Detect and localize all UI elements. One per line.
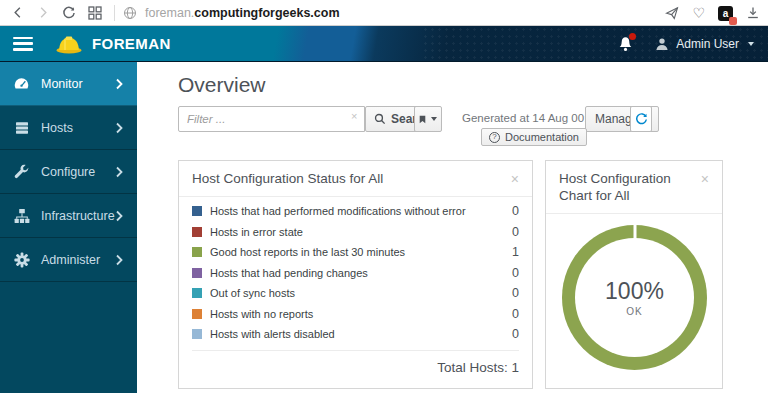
status-value: 0 <box>512 327 519 341</box>
user-name: Admin User <box>676 37 739 51</box>
chevron-right-icon <box>115 210 124 222</box>
donut-percent: 100% <box>605 278 664 305</box>
tiles-icon[interactable] <box>86 4 104 22</box>
status-value: 0 <box>512 225 519 239</box>
status-row[interactable]: Out of sync hosts 0 <box>192 283 519 304</box>
gauge-icon <box>13 75 30 92</box>
user-avatar-icon <box>655 37 669 51</box>
notification-badge <box>629 33 636 40</box>
status-label: Hosts with alerts disabled <box>210 328 512 340</box>
filter-input[interactable] <box>178 106 365 132</box>
color-swatch <box>192 247 202 257</box>
chevron-right-icon <box>115 78 124 90</box>
host-config-status-card: Host Configuration Status for All × Host… <box>178 160 533 389</box>
status-row[interactable]: Hosts that had pending changes 0 <box>192 262 519 283</box>
hamburger-menu-icon[interactable] <box>13 37 33 51</box>
status-label: Hosts in error state <box>210 226 512 238</box>
bookmark-icon <box>419 114 426 125</box>
color-swatch <box>192 268 202 278</box>
donut-center: 100% OK <box>575 238 694 357</box>
address-bar[interactable]: foreman.computingforgeeks.com <box>145 6 340 20</box>
download-icon[interactable] <box>746 6 760 20</box>
chevron-right-icon <box>115 122 124 134</box>
status-label: Out of sync hosts <box>210 287 512 299</box>
user-menu[interactable]: Admin User <box>655 37 754 51</box>
color-swatch <box>192 227 202 237</box>
color-swatch <box>192 206 202 216</box>
page-title: Overview <box>178 73 266 97</box>
help-icon: ? <box>489 132 500 143</box>
status-label: Hosts that had pending changes <box>210 267 512 279</box>
extension-letter: a <box>723 8 729 19</box>
browser-actions: ♡ a <box>665 0 760 26</box>
extension-badge <box>729 17 737 25</box>
globe-icon <box>121 4 139 22</box>
status-row[interactable]: Good host reports in the last 30 minutes… <box>192 242 519 263</box>
sidebar-item-administer[interactable]: Administer <box>0 238 137 282</box>
chevron-right-icon <box>115 254 124 266</box>
favorite-icon[interactable]: ♡ <box>692 6 705 20</box>
reload-icon[interactable] <box>60 4 78 22</box>
sidebar-item-label: Administer <box>41 253 115 267</box>
wrench-icon <box>13 163 30 180</box>
bookmark-dropdown-button[interactable] <box>414 106 442 132</box>
status-label: Good host reports in the last 30 minutes <box>210 246 512 258</box>
status-row[interactable]: Hosts in error state 0 <box>192 221 519 242</box>
server-icon <box>13 119 30 136</box>
generated-at-text: Generated at 14 Aug 00:50 <box>462 112 600 124</box>
refresh-button[interactable] <box>630 106 652 132</box>
gear-icon <box>13 251 30 268</box>
host-config-chart-card: Host Configuration Chart for All × 100% … <box>545 160 723 389</box>
color-swatch <box>192 329 202 339</box>
documentation-button[interactable]: ? Documentation <box>481 128 587 146</box>
forward-icon[interactable] <box>34 4 52 22</box>
sidebar-item-label: Infrastructure <box>41 209 115 223</box>
color-swatch <box>192 309 202 319</box>
clear-filter-icon[interactable]: × <box>351 111 357 122</box>
status-label: Hosts with no reports <box>210 308 512 320</box>
donut-gap <box>633 224 636 239</box>
status-value: 0 <box>512 204 519 218</box>
documentation-label: Documentation <box>505 131 579 143</box>
status-value: 0 <box>512 307 519 321</box>
header-actions: Admin User <box>618 36 754 52</box>
sidebar-item-label: Configure <box>41 165 115 179</box>
close-icon[interactable]: × <box>511 172 519 186</box>
sidebar-item-monitor[interactable]: Monitor <box>0 62 137 106</box>
chevron-down-icon <box>431 117 437 121</box>
status-value: 0 <box>512 286 519 300</box>
status-rows: Hosts that had performed modifications w… <box>179 197 532 345</box>
main-content: Overview × Search Generated at 14 Aug 00… <box>137 62 768 400</box>
status-value: 0 <box>512 266 519 280</box>
donut-status: OK <box>626 306 642 317</box>
notifications-bell-icon[interactable] <box>618 36 633 52</box>
chevron-down-icon <box>748 42 754 46</box>
screen: foreman.computingforgeeks.com ♡ a FOREMA… <box>0 0 768 400</box>
status-row[interactable]: Hosts with no reports 0 <box>192 303 519 324</box>
chevron-right-icon <box>115 166 124 178</box>
browser-toolbar: foreman.computingforgeeks.com ♡ a <box>0 0 768 26</box>
status-label: Hosts that had performed modifications w… <box>210 205 512 217</box>
card-title: Host Configuration Chart for All <box>559 171 697 205</box>
brand-name: FOREMAN <box>92 35 171 52</box>
status-row[interactable]: Hosts that had performed modifications w… <box>192 201 519 222</box>
app-header: FOREMAN Admin User <box>0 26 768 62</box>
sidebar-item-configure[interactable]: Configure <box>0 150 137 194</box>
sidebar-item-infrastructure[interactable]: Infrastructure <box>0 194 137 238</box>
sitemap-icon <box>13 207 30 224</box>
sidebar-nav: Monitor Hosts Configure <box>0 62 137 393</box>
close-icon[interactable]: × <box>701 172 709 186</box>
url-subdomain: foreman. <box>145 6 194 20</box>
send-icon[interactable] <box>665 6 679 20</box>
card-title: Host Configuration Status for All <box>192 171 383 188</box>
extension-icon[interactable]: a <box>718 6 733 21</box>
sidebar-item-hosts[interactable]: Hosts <box>0 106 137 150</box>
donut-chart[interactable]: 100% OK <box>562 225 707 370</box>
brand[interactable]: FOREMAN <box>55 33 171 54</box>
total-hosts: Total Hosts: 1 <box>192 350 519 375</box>
refresh-icon <box>635 113 648 126</box>
status-row[interactable]: Hosts with alerts disabled 0 <box>192 324 519 345</box>
sidebar-item-label: Hosts <box>41 121 115 135</box>
color-swatch <box>192 288 202 298</box>
back-icon[interactable] <box>8 4 26 22</box>
